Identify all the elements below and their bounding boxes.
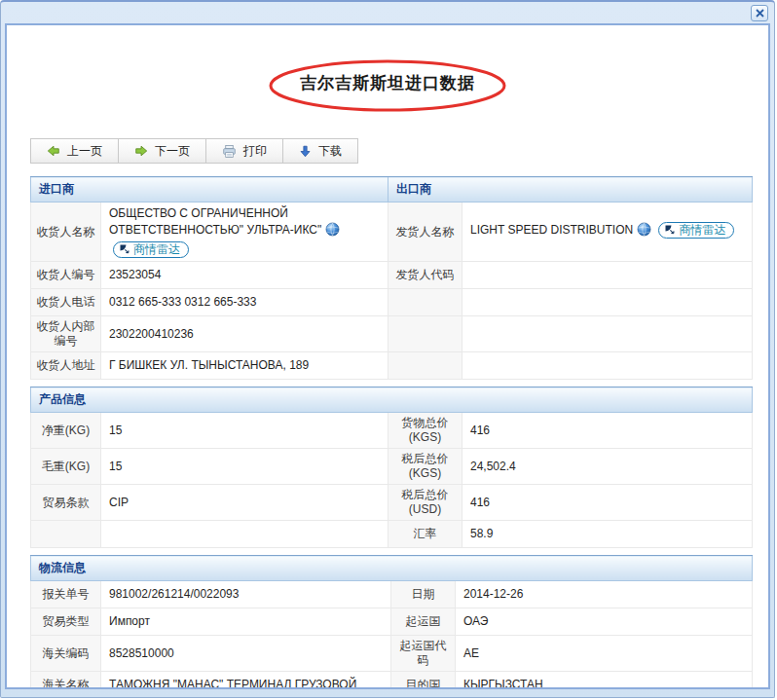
row-value [462,316,753,352]
table-row: 净重(KG) 15 货物总价(KGS) 416 [31,413,753,449]
next-arrow-icon [134,144,148,158]
row-label: 起运国 [391,608,456,636]
importer-section-header: 进口商 [31,177,388,203]
row-value: 0312 665-333 0312 665-333 [101,289,388,316]
row-value: 416 [462,413,753,449]
row-value: AE [456,636,753,672]
prev-arrow-icon [47,144,60,158]
row-value: ТАМОЖНЯ "МАНАС" ТЕРМИНАЛ ГРУЗОВОЙ [101,672,391,689]
globe-icon[interactable] [637,222,651,241]
table-row: 汇率 58.9 [31,521,753,548]
table-row: 海关编码 8528510000 起运国代码 AE [31,636,753,672]
row-label: 税后总价(KGS) [388,449,462,485]
shipper-name-cell: LIGHT SPEED DISTRIBUTION 商情雷达 [462,203,753,262]
table-row: 毛重(KG) 15 税后总价(KGS) 24,502.4 [31,449,753,485]
print-button[interactable]: 打印 [205,138,283,164]
row-value: 15 [101,449,388,485]
row-value: 58.9 [462,521,753,548]
row-label: 收货人内部编号 [31,316,101,352]
globe-icon[interactable] [325,222,340,241]
row-value: CIP [101,485,388,521]
table-row: 收货人内部编号 2302200410236 [31,316,753,352]
next-page-label: 下一页 [155,143,190,160]
product-section-header: 产品信息 [31,387,753,413]
download-icon [299,145,312,158]
row-label [388,352,462,380]
business-radar-label: 商情雷达 [679,222,725,239]
consignee-name-label: 收货人名称 [31,203,101,262]
importer-exporter-table: 进口商 出口商 收货人名称 ОБЩЕСТВО С ОГРАНИЧЕННОЙ ОТ… [30,176,753,380]
row-value: 24,502.4 [462,449,753,485]
exporter-section-header: 出口商 [388,177,753,203]
table-row: 收货人名称 ОБЩЕСТВО С ОГРАНИЧЕННОЙ ОТВЕТСТВЕН… [31,203,753,262]
row-label: 海关名称 [31,672,101,689]
print-label: 打印 [243,143,267,160]
row-label: 汇率 [388,521,462,548]
row-label: 日期 [391,581,456,608]
row-value: 2302200410236 [101,316,388,352]
table-row: 贸易类型 Импорт 起运国 ОАЭ [31,608,753,636]
table-row: 收货人编号 23523054 发货人代码 [31,262,753,289]
row-label [31,521,101,548]
row-label: 贸易类型 [31,608,101,636]
row-label: 目的国 [391,672,456,689]
close-button[interactable] [751,5,768,21]
dialog-content: 吉尔吉斯斯坦进口数据 上一页 下一页 打印 [5,23,770,689]
row-value: 23523054 [101,262,388,289]
row-label: 收货人地址 [31,352,101,380]
prev-page-label: 上一页 [67,143,102,160]
row-value: 8528510000 [101,636,391,672]
close-icon [756,9,764,18]
row-value: Импорт [101,608,391,636]
business-radar-badge[interactable]: 商情雷达 [658,222,734,239]
satellite-icon [664,224,676,236]
next-page-button[interactable]: 下一页 [118,138,206,164]
page-title: 吉尔吉斯斯坦进口数据 [300,58,475,94]
table-row: 收货人电话 0312 665-333 0312 665-333 [31,289,753,316]
table-row: 海关名称 ТАМОЖНЯ "МАНАС" ТЕРМИНАЛ ГРУЗОВОЙ 目… [31,672,753,689]
table-row: 报关单号 981002/261214/0022093 日期 2014-12-26 [31,581,753,608]
row-value: 15 [101,413,388,449]
row-label: 贸易条款 [31,485,101,521]
row-label: 收货人电话 [31,289,101,316]
prev-page-button[interactable]: 上一页 [30,138,119,164]
business-radar-badge[interactable]: 商情雷达 [113,241,189,258]
toolbar: 上一页 下一页 打印 下载 [30,138,358,164]
consignee-name-cell: ОБЩЕСТВО С ОГРАНИЧЕННОЙ ОТВЕТСТВЕННОСТЬЮ… [101,203,388,262]
satellite-icon [119,243,130,255]
row-label: 毛重(KG) [31,449,101,485]
row-value: 2014-12-26 [456,581,753,608]
row-value [462,262,753,289]
row-value [101,521,388,548]
row-label: 报关单号 [31,581,101,608]
row-label: 货物总价(KGS) [388,413,462,449]
row-label [388,316,462,352]
product-info-table: 产品信息 净重(KG) 15 货物总价(KGS) 416 毛重(KG) 15 税… [30,387,753,548]
logistics-section-header: 物流信息 [31,556,753,581]
row-value: Г БИШКЕК УЛ. ТЫНЫСТАНОВА, 189 [101,352,388,380]
print-icon [222,144,237,159]
row-label: 收货人编号 [31,262,101,289]
row-value: ОАЭ [456,608,753,636]
row-label: 起运国代码 [391,636,456,672]
row-value: 981002/261214/0022093 [101,581,391,608]
shipper-name: LIGHT SPEED DISTRIBUTION [470,223,633,237]
table-row: 贸易条款 CIP 税后总价(USD) 416 [31,485,753,521]
row-label: 发货人代码 [388,262,462,289]
row-value [462,352,753,380]
consignee-name: ОБЩЕСТВО С ОГРАНИЧЕННОЙ ОТВЕТСТВЕННОСТЬЮ… [109,206,321,237]
row-label: 税后总价(USD) [388,485,462,521]
row-value [462,289,753,316]
dialog-titlebar [1,2,774,23]
dialog-window: 吉尔吉斯斯坦进口数据 上一页 下一页 打印 [0,0,775,698]
shipper-name-label: 发货人名称 [388,203,462,262]
row-label: 净重(KG) [31,413,101,449]
download-label: 下载 [318,143,342,160]
title-area: 吉尔吉斯斯坦进口数据 [30,58,745,113]
row-value: 416 [462,485,753,521]
logistics-info-table: 物流信息 报关单号 981002/261214/0022093 日期 2014-… [30,555,753,689]
row-label [388,289,462,316]
business-radar-label: 商情雷达 [133,241,180,258]
table-row: 收货人地址 Г БИШКЕК УЛ. ТЫНЫСТАНОВА, 189 [31,352,753,380]
download-button[interactable]: 下载 [282,138,358,164]
